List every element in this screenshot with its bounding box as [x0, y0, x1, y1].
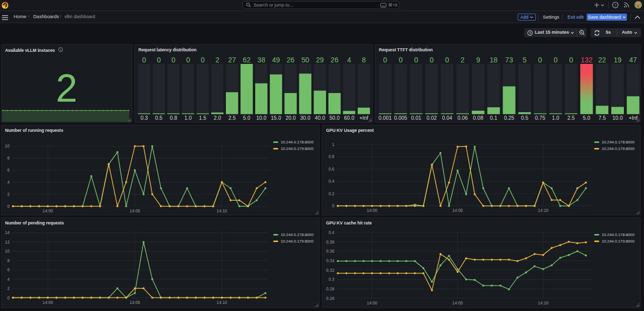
- svg-text:6: 6: [7, 168, 10, 173]
- svg-text:0.1: 0.1: [490, 115, 498, 121]
- svg-text:0.5: 0.5: [155, 115, 163, 121]
- svg-text:5.0: 5.0: [583, 115, 591, 121]
- svg-text:4: 4: [7, 277, 10, 282]
- svg-text:0.06: 0.06: [457, 115, 468, 121]
- svg-text:0.3: 0.3: [329, 277, 335, 282]
- svg-text:2.0: 2.0: [214, 115, 221, 121]
- svg-text:18: 18: [490, 56, 498, 64]
- svg-text:9: 9: [476, 56, 480, 64]
- svg-text:5.0: 5.0: [243, 115, 251, 121]
- svg-text:0: 0: [383, 56, 387, 64]
- svg-text:0.01: 0.01: [411, 115, 422, 121]
- svg-text:0: 0: [186, 56, 190, 64]
- svg-text:?: ?: [614, 3, 617, 8]
- svg-text:1.5: 1.5: [199, 115, 207, 121]
- svg-text:19: 19: [614, 56, 622, 64]
- svg-text:14:05: 14:05: [130, 300, 140, 305]
- svg-text:0: 0: [201, 56, 205, 64]
- svg-text:14: 14: [5, 230, 10, 235]
- svg-text:8: 8: [7, 156, 10, 161]
- svg-text:38: 38: [258, 56, 266, 64]
- svg-text:0: 0: [332, 203, 335, 208]
- svg-text:0.26: 0.26: [326, 296, 335, 301]
- svg-text:15.0: 15.0: [271, 115, 281, 121]
- svg-text:1: 1: [332, 142, 335, 147]
- svg-text:0.25: 0.25: [504, 115, 515, 121]
- svg-text:8: 8: [362, 56, 366, 64]
- svg-text:8: 8: [7, 258, 10, 263]
- svg-text:14:05: 14:05: [452, 300, 463, 305]
- svg-text:40.0: 40.0: [315, 115, 326, 121]
- svg-text:1.0: 1.0: [552, 115, 559, 121]
- svg-text:5: 5: [523, 56, 527, 64]
- svg-text:27: 27: [228, 56, 236, 64]
- svg-text:20.0: 20.0: [285, 115, 296, 121]
- svg-text:7.5: 7.5: [598, 115, 606, 121]
- svg-text:49: 49: [272, 56, 280, 64]
- svg-text:14:00: 14:00: [367, 208, 377, 213]
- svg-text:0.5: 0.5: [521, 115, 528, 121]
- svg-text:0.38: 0.38: [326, 240, 335, 245]
- svg-text:50.0: 50.0: [330, 115, 340, 121]
- svg-text:26: 26: [331, 56, 339, 64]
- svg-text:0.28: 0.28: [326, 286, 335, 291]
- svg-text:22: 22: [598, 56, 606, 64]
- svg-text:0: 0: [569, 56, 573, 64]
- svg-text:0.005: 0.005: [394, 115, 407, 121]
- svg-text:0.4: 0.4: [329, 230, 335, 235]
- svg-text:0: 0: [398, 56, 403, 64]
- svg-text:0: 0: [430, 56, 434, 64]
- svg-text:0.3: 0.3: [140, 115, 148, 121]
- svg-text:0.4: 0.4: [329, 179, 335, 184]
- svg-text:10: 10: [5, 249, 10, 254]
- svg-text:29: 29: [316, 56, 324, 64]
- svg-text:26: 26: [287, 56, 295, 64]
- svg-text:1.0: 1.0: [184, 115, 192, 121]
- svg-text:14:00: 14:00: [43, 208, 53, 213]
- svg-text:4: 4: [347, 56, 351, 64]
- svg-text:0.8: 0.8: [170, 115, 177, 121]
- svg-text:60.0: 60.0: [344, 115, 355, 121]
- svg-text:14:00: 14:00: [43, 300, 53, 305]
- svg-text:6: 6: [7, 267, 10, 272]
- svg-text:14:10: 14:10: [538, 300, 548, 305]
- svg-text:0: 0: [538, 56, 542, 64]
- svg-text:0.8: 0.8: [329, 154, 335, 159]
- svg-text:0.75: 0.75: [535, 115, 545, 121]
- svg-text:+Inf: +Inf: [359, 115, 368, 121]
- svg-text:10.0: 10.0: [256, 115, 267, 121]
- svg-text:2: 2: [7, 192, 10, 197]
- svg-text:12: 12: [5, 240, 10, 245]
- svg-text:0.001: 0.001: [378, 115, 391, 121]
- svg-text:2: 2: [7, 286, 10, 291]
- svg-text:132: 132: [581, 56, 593, 64]
- svg-text:10.0: 10.0: [612, 115, 623, 121]
- svg-text:0.36: 0.36: [326, 249, 335, 254]
- svg-text:30.0: 30.0: [300, 115, 310, 121]
- svg-text:50: 50: [301, 56, 309, 64]
- svg-text:0: 0: [445, 56, 449, 64]
- svg-text:10: 10: [5, 143, 10, 148]
- svg-text:47: 47: [629, 56, 637, 64]
- svg-text:2.5: 2.5: [228, 115, 236, 121]
- svg-text:62: 62: [243, 56, 251, 64]
- svg-text:0: 0: [553, 56, 557, 64]
- svg-text:0: 0: [142, 56, 146, 64]
- svg-text:0.08: 0.08: [473, 115, 484, 121]
- svg-text:0.02: 0.02: [427, 115, 437, 121]
- svg-text:14:10: 14:10: [217, 208, 227, 213]
- svg-text:0.6: 0.6: [329, 167, 335, 172]
- svg-text:2.5: 2.5: [568, 115, 575, 121]
- svg-text:2: 2: [461, 56, 465, 64]
- svg-text:0: 0: [414, 56, 418, 64]
- svg-text:14:05: 14:05: [452, 208, 463, 213]
- svg-text:0.04: 0.04: [442, 115, 452, 121]
- svg-text:0: 0: [172, 56, 176, 64]
- svg-text:2: 2: [215, 56, 219, 64]
- svg-text:14:00: 14:00: [367, 300, 377, 305]
- svg-text:14:10: 14:10: [538, 208, 548, 213]
- svg-text:14:10: 14:10: [217, 300, 227, 305]
- svg-text:4: 4: [7, 180, 10, 185]
- svg-text:73: 73: [505, 56, 513, 64]
- svg-text:0.2: 0.2: [329, 191, 335, 196]
